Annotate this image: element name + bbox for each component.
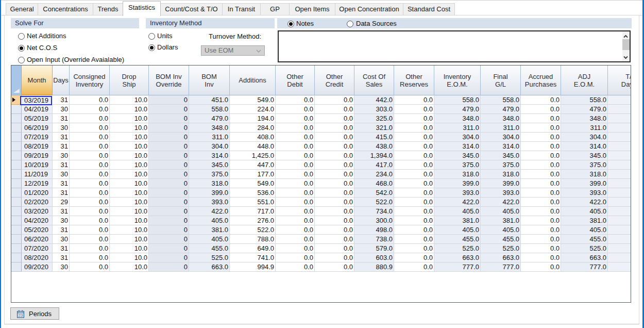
- svg-text:23: 23: [19, 313, 23, 318]
